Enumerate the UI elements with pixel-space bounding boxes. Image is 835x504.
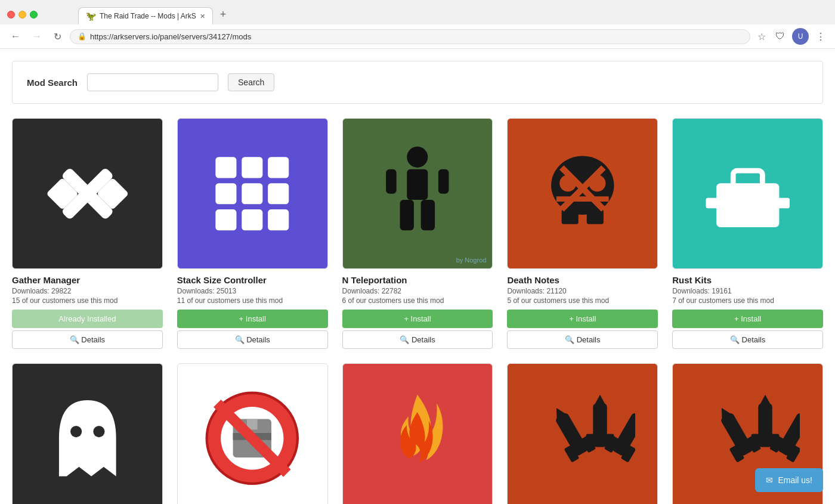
search-button[interactable]: Search [228, 73, 274, 91]
mod-card-no-give-notices: No Give Notices Downloads: 15280 3 of ou… [177, 363, 328, 504]
mod-info-rust-kits: Rust Kits Downloads: 19161 7 of our cust… [672, 275, 823, 310]
mod-card-gather-manager: Gather Manager Downloads: 29822 15 of ou… [12, 118, 163, 349]
search-input[interactable] [87, 73, 218, 91]
svg-rect-15 [400, 200, 414, 230]
mod-image-n-teleportation: by Nogrod [342, 118, 493, 269]
svg-rect-18 [438, 169, 449, 193]
mod-card-vanish: Vanish Downloads: 17340 4 of our custome… [12, 363, 163, 504]
svg-rect-42 [593, 404, 607, 447]
address-bar[interactable]: 🔒 https://arkservers.io/panel/servers/34… [70, 29, 750, 44]
mod-image-r-remover-tool [507, 363, 658, 504]
mod-image-stack-size-controller [177, 118, 328, 269]
mod-name-gather-manager: Gather Manager [12, 275, 163, 285]
mod-name-stack-size-controller: Stack Size Controller [177, 275, 328, 285]
mod-downloads-n-teleportation: Downloads: 22782 [342, 287, 493, 295]
user-avatar[interactable]: U [792, 28, 809, 45]
svg-rect-20 [562, 209, 579, 224]
install-button-rust-kits[interactable]: + Install [672, 310, 823, 328]
mod-customers-n-teleportation: 6 of our customers use this mod [342, 296, 493, 305]
details-button-death-notes[interactable]: 🔍 Details [507, 330, 658, 349]
mod-card-quick-smelt: Quick Smelt Downloads: 14900 8 of our cu… [342, 363, 493, 504]
install-button-gather-manager[interactable]: Already Installed [12, 310, 163, 328]
mod-info-n-teleportation: N Teleportation Downloads: 22782 6 of ou… [342, 275, 493, 310]
shield-button[interactable]: 🛡 [773, 30, 787, 43]
svg-rect-11 [242, 209, 263, 230]
email-us-button[interactable]: ✉ Email us! [755, 468, 823, 492]
page-content: Mod Search Search Gather Manager Downloa… [0, 49, 835, 504]
details-button-rust-kits[interactable]: 🔍 Details [672, 330, 823, 349]
minimize-traffic-light[interactable] [18, 11, 26, 18]
svg-rect-21 [587, 209, 604, 224]
svg-rect-8 [242, 183, 263, 204]
email-us-label: Email us! [778, 475, 812, 485]
install-button-n-teleportation[interactable]: + Install [342, 310, 493, 328]
maximize-traffic-light[interactable] [30, 11, 38, 18]
svg-rect-17 [386, 169, 397, 193]
browser-chrome: 🦖 The Raid Trade -- Mods | ArkS ✕ + ← → … [0, 0, 835, 49]
mod-card-r-remover-tool: R-Remover Tool Downloads: 13500 6 of our… [507, 363, 658, 504]
install-button-stack-size-controller[interactable]: + Install [177, 310, 328, 328]
details-button-n-teleportation[interactable]: 🔍 Details [342, 330, 493, 349]
mod-card-rust-kits: Rust Kits Downloads: 19161 7 of our cust… [672, 118, 823, 349]
mod-info-death-notes: Death Notes Downloads: 21120 5 of our cu… [507, 275, 658, 310]
bookmark-button[interactable]: ☆ [755, 30, 768, 44]
svg-rect-56 [751, 434, 760, 450]
svg-point-31 [93, 426, 104, 437]
mod-card-stack-size-controller: Stack Size Controller Downloads: 25013 1… [177, 118, 328, 349]
mod-info-gather-manager: Gather Manager Downloads: 29822 15 of ou… [12, 275, 163, 310]
menu-button[interactable]: ⋮ [814, 30, 828, 44]
lock-icon: 🔒 [78, 32, 86, 41]
svg-marker-55 [758, 395, 772, 408]
svg-rect-54 [758, 404, 772, 447]
mod-image-rust-kits [672, 118, 823, 269]
svg-rect-5 [242, 157, 263, 178]
title-bar: 🦖 The Raid Trade -- Mods | ArkS ✕ + [0, 0, 835, 24]
details-button-gather-manager[interactable]: 🔍 Details [12, 330, 163, 349]
mod-image-death-notes [507, 118, 658, 269]
svg-rect-28 [733, 171, 762, 187]
svg-rect-10 [216, 209, 237, 230]
svg-marker-43 [593, 395, 607, 408]
svg-point-30 [70, 426, 82, 437]
back-button[interactable]: ← [7, 30, 24, 43]
tab-close-button[interactable]: ✕ [200, 13, 205, 20]
tab-title: The Raid Trade -- Mods | ArkS [100, 12, 196, 20]
email-icon: ✉ [766, 475, 773, 485]
mod-image-gather-manager [12, 118, 163, 269]
svg-rect-9 [268, 183, 289, 204]
nav-actions: ☆ 🛡 U ⋮ [755, 28, 828, 45]
mod-image-vanish [12, 363, 163, 504]
mod-card-death-notes: Death Notes Downloads: 21120 5 of our cu… [507, 118, 658, 349]
install-button-death-notes[interactable]: + Install [507, 310, 658, 328]
mods-grid: Gather Manager Downloads: 29822 15 of ou… [12, 118, 823, 504]
mod-customers-death-notes: 5 of our customers use this mod [507, 296, 658, 305]
url-text: https://arkservers.io/panel/servers/3412… [90, 32, 251, 41]
svg-rect-14 [407, 169, 428, 199]
mod-downloads-stack-size-controller: Downloads: 25013 [177, 287, 328, 295]
svg-rect-6 [268, 157, 289, 178]
traffic-lights [7, 11, 38, 18]
new-tab-button[interactable]: + [214, 5, 233, 24]
forward-button[interactable]: → [29, 30, 45, 43]
refresh-button[interactable]: ↻ [50, 30, 65, 44]
mod-image-no-give-notices [177, 363, 328, 504]
mod-customers-stack-size-controller: 11 of our customers use this mod [177, 296, 328, 305]
mod-card-n-teleportation: by Nogrod N Teleportation Downloads: 227… [342, 118, 493, 349]
mod-name-n-teleportation: N Teleportation [342, 275, 493, 285]
svg-rect-4 [216, 157, 237, 178]
tab-favicon: 🦖 [86, 11, 96, 21]
svg-rect-7 [216, 183, 237, 204]
active-tab[interactable]: 🦖 The Raid Trade -- Mods | ArkS ✕ [78, 7, 213, 24]
mod-name-rust-kits: Rust Kits [672, 275, 823, 285]
mod-info-stack-size-controller: Stack Size Controller Downloads: 25013 1… [177, 275, 328, 310]
search-bar-container: Mod Search Search [12, 61, 823, 104]
svg-rect-16 [421, 200, 435, 230]
svg-rect-12 [268, 209, 289, 230]
mod-name-death-notes: Death Notes [507, 275, 658, 285]
details-button-stack-size-controller[interactable]: 🔍 Details [177, 330, 328, 349]
close-traffic-light[interactable] [7, 11, 15, 18]
mod-downloads-gather-manager: Downloads: 29822 [12, 287, 163, 295]
nav-bar: ← → ↻ 🔒 https://arkservers.io/panel/serv… [0, 24, 835, 49]
tabs-bar: 🦖 The Raid Trade -- Mods | ArkS ✕ + [78, 5, 232, 24]
mod-image-quick-smelt [342, 363, 493, 504]
